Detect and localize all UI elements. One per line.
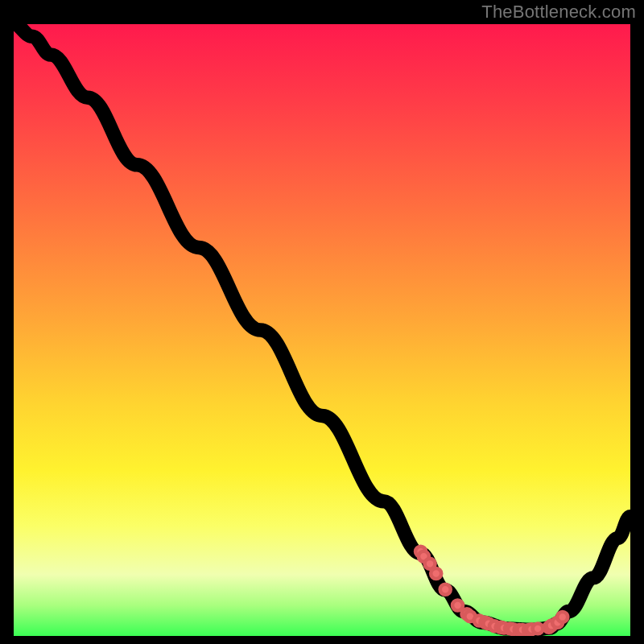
marker-dot xyxy=(440,584,451,595)
chart-overlay xyxy=(14,24,630,636)
marker-dot xyxy=(452,601,463,611)
watermark-label: TheBottleneck.com xyxy=(481,2,636,23)
chart-frame: TheBottleneck.com xyxy=(0,0,644,644)
marker-dot xyxy=(557,612,568,622)
marker-dot xyxy=(431,568,441,579)
marker-dot xyxy=(533,623,543,634)
bottleneck-curve xyxy=(14,24,630,630)
